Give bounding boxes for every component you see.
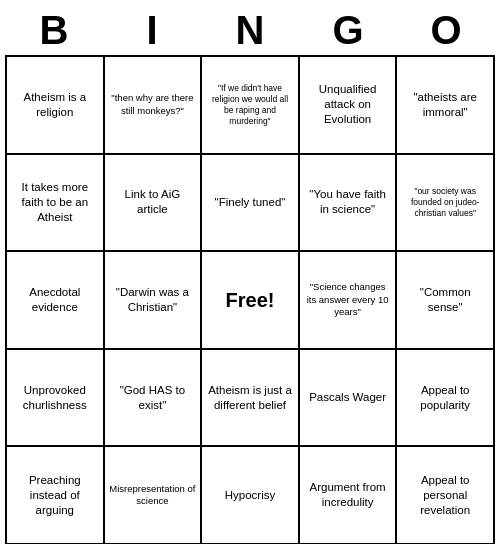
- bingo-cell-13: "Science changes its answer every 10 yea…: [300, 252, 398, 350]
- bingo-cell-16: "God HAS to exist": [105, 350, 203, 448]
- bingo-cell-23: Argument from incredulity: [300, 447, 398, 544]
- bingo-cell-4: "atheists are immoral": [397, 57, 495, 155]
- bingo-cell-1: "then why are there still monkeys?": [105, 57, 203, 155]
- bingo-cell-15: Unprovoked churlishness: [7, 350, 105, 448]
- bingo-cell-7: "Finely tuned": [202, 155, 300, 253]
- bingo-cell-12: Free!: [202, 252, 300, 350]
- bingo-cell-3: Unqualified attack on Evolution: [300, 57, 398, 155]
- bingo-grid: Atheism is a religion"then why are there…: [5, 55, 495, 544]
- bingo-cell-8: "You have faith in science": [300, 155, 398, 253]
- title-letter-b: B: [9, 8, 99, 53]
- title-letter-g: G: [303, 8, 393, 53]
- bingo-title: BINGO: [5, 4, 495, 55]
- bingo-cell-21: Misrepresentation of science: [105, 447, 203, 544]
- bingo-cell-19: Appeal to popularity: [397, 350, 495, 448]
- title-letter-i: I: [107, 8, 197, 53]
- title-letter-n: N: [205, 8, 295, 53]
- title-letter-o: O: [401, 8, 491, 53]
- bingo-cell-9: "our society was founded on judeo-christ…: [397, 155, 495, 253]
- bingo-cell-14: "Common sense": [397, 252, 495, 350]
- bingo-cell-0: Atheism is a religion: [7, 57, 105, 155]
- bingo-cell-11: "Darwin was a Christian": [105, 252, 203, 350]
- bingo-cell-6: Link to AiG article: [105, 155, 203, 253]
- bingo-cell-10: Anecdotal evidence: [7, 252, 105, 350]
- bingo-cell-17: Atheism is just a different belief: [202, 350, 300, 448]
- bingo-cell-24: Appeal to personal revelation: [397, 447, 495, 544]
- bingo-card: BINGO Atheism is a religion"then why are…: [5, 4, 495, 544]
- bingo-cell-5: It takes more faith to be an Atheist: [7, 155, 105, 253]
- bingo-cell-18: Pascals Wager: [300, 350, 398, 448]
- bingo-cell-22: Hypocrisy: [202, 447, 300, 544]
- bingo-cell-20: Preaching instead of arguing: [7, 447, 105, 544]
- bingo-cell-2: "If we didn't have religion we would all…: [202, 57, 300, 155]
